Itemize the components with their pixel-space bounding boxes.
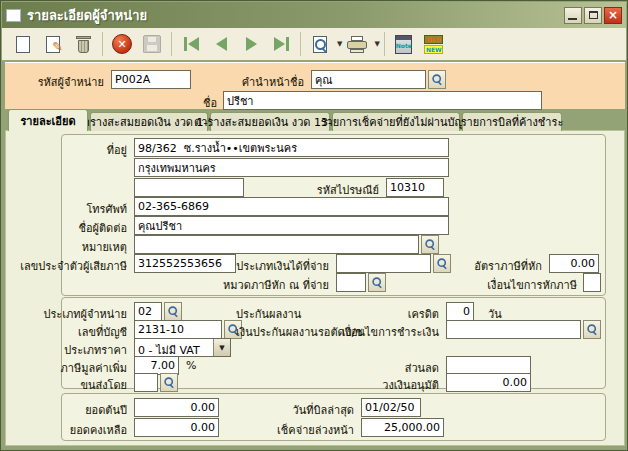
edit-button[interactable]: ✎ [38,30,68,58]
note-input[interactable] [134,235,419,254]
address-line3-input[interactable] [134,178,244,197]
payment-terms-input[interactable] [446,320,581,339]
tab-accumulated-13-24[interactable]: ตารางสะสมยอดเงิน งวด 13-24 [210,112,330,131]
print-dropdown-arrow[interactable]: ▼ [374,40,379,48]
ship-by-input[interactable] [134,373,158,392]
window-title: รายละเอียดผู้จำหน่าย [27,5,147,26]
remaining-balance-input[interactable] [134,418,219,437]
note-lookup-button[interactable] [421,235,439,254]
magnifier-icon [586,324,598,336]
magnifier-icon [167,306,179,318]
save-button[interactable] [137,30,167,58]
name-prefix-label: คำนำหน้าชื่อ [242,73,304,91]
credit-limit-input[interactable] [446,373,531,392]
withholding-condition-input[interactable] [583,273,601,292]
price-type-label: ประเภทราคา [64,341,127,359]
last-record-icon [274,37,289,51]
toolbar: ✎ ✕ ▼ ▼ Note OLD NEW [2,28,626,61]
pencil-icon: ✎ [52,39,63,54]
tab-pending-cheques[interactable]: รายการเช็คจ่ายที่ยังไม่ผ่านบัญชี [332,112,460,131]
tab-unpaid-bills[interactable]: รายการบิลที่ค้างชำระ [462,112,562,131]
supplier-type-label: ประเภทผู้จำหน่าย [43,305,127,323]
toolbar-separator [102,32,103,56]
toolbar-separator [171,32,172,56]
first-record-button[interactable] [176,30,206,58]
phone-label: โทรศัพท์ [86,200,127,218]
payment-terms-label: เงื่อนไขการชำระเงิน [342,323,439,341]
chevron-down-icon[interactable]: ▼ [213,339,230,356]
address-label: ที่อยู่ [107,141,127,159]
supplier-type-input[interactable] [134,302,162,321]
last-record-button[interactable] [266,30,296,58]
advance-cheque-label: เช็คจ่ายล่วงหน้า [277,421,354,439]
last-bill-date-input[interactable] [361,398,421,417]
next-record-icon [246,37,257,51]
printer-icon [347,36,367,53]
new-button[interactable] [8,30,38,58]
withholding-category-label: หมวดภาษีหัก ณ ที่จ่าย [223,276,329,294]
last-bill-date-label: วันที่บิลล่าสุด [293,401,354,419]
withholding-rate-input[interactable] [549,254,599,273]
name-input[interactable] [223,91,542,110]
magnifier-icon [431,74,443,86]
next-record-button[interactable] [236,30,266,58]
account-no-label: เลขที่บัญชี [78,323,127,341]
price-type-dropdown[interactable]: 0 - ไม่มี VAT ▼ [134,338,231,357]
minimize-button[interactable] [564,7,582,24]
address-line2-input[interactable] [134,158,449,177]
income-type-lookup-button[interactable] [433,254,451,273]
supplier-details-window: รายละเอียดผู้จำหน่าย × ✎ ✕ ▼ ▼ Note OLD … [0,0,628,451]
note-button[interactable]: Note [389,30,419,58]
price-type-value: 0 - ไม่มี VAT [135,339,213,356]
preview-button[interactable] [305,30,335,58]
supplier-type-lookup-button[interactable] [164,302,182,321]
name-prefix-lookup-button[interactable] [428,70,446,89]
delete-button[interactable] [68,30,98,58]
minimize-icon [568,18,577,20]
withholding-category-input[interactable] [336,273,366,292]
old-new-button[interactable]: OLD NEW [419,30,449,58]
tax-id-label: เลขประจำตัวผู้เสียภาษี [20,257,127,275]
phone-input[interactable] [134,197,449,216]
tab-details[interactable]: รายละเอียด [8,109,88,131]
withholding-category-lookup-button[interactable] [368,273,386,292]
magnifier-icon [424,239,436,251]
trash-icon [75,35,92,54]
income-type-input[interactable] [336,254,431,273]
note-label: หมายเหตุ [82,238,127,256]
print-button[interactable] [342,30,372,58]
postal-code-input[interactable] [386,178,444,197]
preview-icon [313,36,327,53]
name-prefix-input[interactable] [311,70,426,89]
first-record-icon [184,37,199,51]
address-line1-input[interactable] [134,138,449,157]
ship-by-label: ขนส่งโดย [80,376,127,394]
supplier-code-input[interactable] [111,70,191,89]
remaining-balance-label: ยอดคงเหลือ [70,421,127,439]
tab-accumulated-1-12[interactable]: ตารางสะสมยอดเงิน งวด 1-12 [90,112,208,131]
toolbar-separator [384,32,385,56]
previous-record-button[interactable] [206,30,236,58]
credit-label: เครดิต [408,305,439,323]
account-no-input[interactable] [134,320,222,339]
close-button[interactable]: × [604,7,622,24]
payment-terms-lookup-button[interactable] [583,320,601,339]
note-icon: Note [395,35,412,54]
ship-by-lookup-button[interactable] [160,373,178,392]
old-new-icon: OLD NEW [424,35,443,54]
discount-label: ส่วนลด [405,359,439,377]
begin-balance-input[interactable] [134,398,219,417]
cancel-button[interactable]: ✕ [107,30,137,58]
contact-name-input[interactable] [134,216,449,235]
magnifier-icon [371,277,383,289]
magnifier-icon [436,258,448,270]
maximize-button[interactable] [584,7,602,24]
new-document-icon [16,36,30,53]
credit-input[interactable] [446,302,474,321]
credit-limit-label: วงเงินอนุมัติ [382,376,439,394]
advance-cheque-input[interactable] [361,418,444,437]
cancel-icon: ✕ [112,34,132,54]
tax-id-input[interactable] [134,254,236,273]
income-type-label: ประเภทเงินได้ที่จ่าย [236,257,329,275]
vat-unit-label: % [186,359,196,372]
